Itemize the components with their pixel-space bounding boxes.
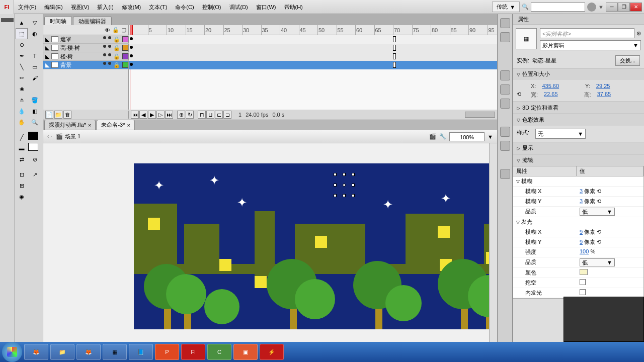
- close-button[interactable]: ✕: [630, 3, 642, 12]
- filter-row-3[interactable]: 品质低▼: [513, 207, 643, 217]
- section-position-size[interactable]: ▽位置和大小: [513, 68, 644, 80]
- tab-motion-editor[interactable]: 动画编辑器: [73, 16, 112, 25]
- option2[interactable]: ⊞: [16, 180, 28, 191]
- prev-frame-button[interactable]: ◀: [139, 111, 147, 119]
- layer-row-0[interactable]: ◣遮罩🔒: [43, 35, 497, 44]
- playhead[interactable]: [130, 25, 133, 35]
- filter-row-9[interactable]: 颜色: [513, 268, 643, 278]
- filter-row-1[interactable]: 模糊 X3 像素 ⟲: [513, 187, 643, 197]
- no-color[interactable]: ⊘: [29, 154, 41, 165]
- onion-outline-button[interactable]: ⊔: [206, 111, 214, 119]
- new-layer-button[interactable]: 📄: [45, 111, 53, 119]
- menu-file[interactable]: 文件(F): [14, 0, 40, 14]
- timeline-ruler[interactable]: 5101520253035404550556065707580859095: [129, 25, 497, 35]
- filter-row-6[interactable]: 模糊 Y9 像素 ⟲: [513, 237, 643, 247]
- bone-tool[interactable]: ⋔: [16, 95, 28, 106]
- task-firefox[interactable]: 🦊: [24, 344, 48, 360]
- doc-tab-0[interactable]: 探照灯动画.fla*×: [44, 120, 96, 130]
- menu-command[interactable]: 命令(C): [171, 0, 198, 14]
- color-style-select[interactable]: 无▼: [535, 129, 586, 139]
- symbol-type-select[interactable]: 影片剪辑▼: [540, 40, 641, 50]
- fill-swatch[interactable]: ▬: [16, 143, 28, 154]
- menu-window[interactable]: 窗口(W): [252, 0, 280, 14]
- width-value[interactable]: 22.65: [544, 91, 558, 99]
- task-flash[interactable]: Fl: [181, 344, 205, 360]
- properties-tab[interactable]: 属性: [513, 14, 644, 25]
- edit-scene-icon[interactable]: 🎬: [429, 133, 436, 140]
- filter-row-5[interactable]: 模糊 X9 像素 ⟲: [513, 227, 643, 237]
- panel-action-icon[interactable]: [500, 141, 510, 151]
- panel-swatches-icon[interactable]: [500, 32, 510, 42]
- x-value[interactable]: 435.60: [542, 83, 559, 89]
- stage[interactable]: ✦ ✦ ✦ ✦ ✦: [43, 143, 497, 354]
- free-transform-tool[interactable]: ⬚: [16, 28, 28, 39]
- line-tool[interactable]: ╲: [16, 61, 28, 72]
- timeline-scrollbar[interactable]: [465, 112, 495, 118]
- brush-tool[interactable]: 🖌: [29, 72, 41, 83]
- maximize-button[interactable]: ❐: [618, 3, 630, 12]
- menu-control[interactable]: 控制(O): [198, 0, 225, 14]
- option3[interactable]: ◉: [16, 191, 28, 202]
- section-color-effect[interactable]: ▽色彩效果: [513, 114, 644, 126]
- stage-vscroll[interactable]: [489, 143, 497, 354]
- swap-colors[interactable]: ⇄: [16, 154, 28, 165]
- instance-name-input[interactable]: <实例名称>: [540, 28, 634, 38]
- snap-tool[interactable]: ⊡: [16, 169, 28, 180]
- section-display[interactable]: ▷显示: [513, 142, 644, 154]
- loop-button[interactable]: ↻: [186, 111, 194, 119]
- subselection-tool[interactable]: ▽: [29, 17, 41, 28]
- tab-timeline[interactable]: 时间轴: [44, 16, 72, 25]
- menu-text[interactable]: 文本(T): [145, 0, 171, 14]
- filter-row-0[interactable]: ▽ 模糊: [513, 176, 643, 187]
- height-value[interactable]: 37.65: [597, 91, 611, 99]
- filter-row-7[interactable]: 强度100 %: [513, 247, 643, 257]
- fill-color[interactable]: [28, 143, 38, 151]
- task-recorder[interactable]: ▣: [233, 344, 258, 360]
- edit-frames-button[interactable]: ⊏: [215, 111, 223, 119]
- link-icon[interactable]: ⊛: [636, 30, 641, 37]
- menu-modify[interactable]: 修改(M): [118, 0, 145, 14]
- filter-row-10[interactable]: 挖空: [513, 278, 643, 288]
- back-icon[interactable]: ⇦: [47, 133, 52, 140]
- eye-icon[interactable]: 👁: [105, 27, 110, 33]
- layer-row-2[interactable]: ◣楼·树🔒: [43, 52, 497, 61]
- panel-library-icon[interactable]: [500, 127, 510, 137]
- last-frame-button[interactable]: ⏭: [165, 111, 173, 119]
- doc-tab-1[interactable]: 未命名-3*×: [97, 120, 135, 130]
- zoom-level[interactable]: 100%: [449, 132, 485, 141]
- menu-insert[interactable]: 插入(I): [93, 0, 117, 14]
- 3d-rotation-tool[interactable]: ◐: [29, 28, 41, 39]
- task-app2[interactable]: ▦: [103, 344, 127, 360]
- play-button[interactable]: ▶: [148, 111, 156, 119]
- y-value[interactable]: 29.25: [596, 83, 610, 89]
- panel-color-icon[interactable]: [500, 18, 510, 28]
- search-input[interactable]: [531, 3, 585, 12]
- first-frame-button[interactable]: ⏮: [131, 111, 139, 119]
- pen-tool[interactable]: ✒: [16, 50, 28, 61]
- task-explorer[interactable]: 📁: [50, 344, 74, 360]
- task-camtasia[interactable]: C: [207, 344, 231, 360]
- filter-row-2[interactable]: 模糊 Y3 像素 ⟲: [513, 197, 643, 207]
- panel-transform-icon[interactable]: [500, 99, 510, 109]
- eraser-tool[interactable]: ◧: [29, 106, 41, 117]
- text-tool[interactable]: T: [29, 50, 41, 61]
- lock-column-icon[interactable]: 🔒: [112, 27, 119, 33]
- start-button[interactable]: [2, 342, 22, 362]
- cs-live-icon[interactable]: [587, 3, 596, 12]
- dropdown-icon[interactable]: ▼: [598, 4, 604, 10]
- outline-icon[interactable]: ▢: [121, 27, 126, 33]
- minimize-button[interactable]: ─: [606, 3, 618, 12]
- delete-layer-button[interactable]: 🗑: [63, 111, 71, 119]
- lock-aspect-icon[interactable]: ⟲: [517, 91, 525, 99]
- section-3d[interactable]: ▷3D 定位和查看: [513, 102, 644, 114]
- onion-skin-button[interactable]: ⊓: [198, 111, 206, 119]
- menu-help[interactable]: 帮助(H): [280, 0, 307, 14]
- center-frame-button[interactable]: ⊕: [177, 111, 185, 119]
- task-app3[interactable]: 📘: [129, 344, 153, 360]
- option-tool[interactable]: ↗: [29, 169, 41, 180]
- task-app1[interactable]: 🦊: [76, 344, 101, 360]
- panel-align-icon[interactable]: [500, 70, 510, 80]
- layer-row-1[interactable]: ◣亮·楼·树🔒: [43, 44, 497, 52]
- workspace-switcher[interactable]: 传统▼: [492, 2, 520, 12]
- task-powerpoint[interactable]: P: [155, 344, 179, 360]
